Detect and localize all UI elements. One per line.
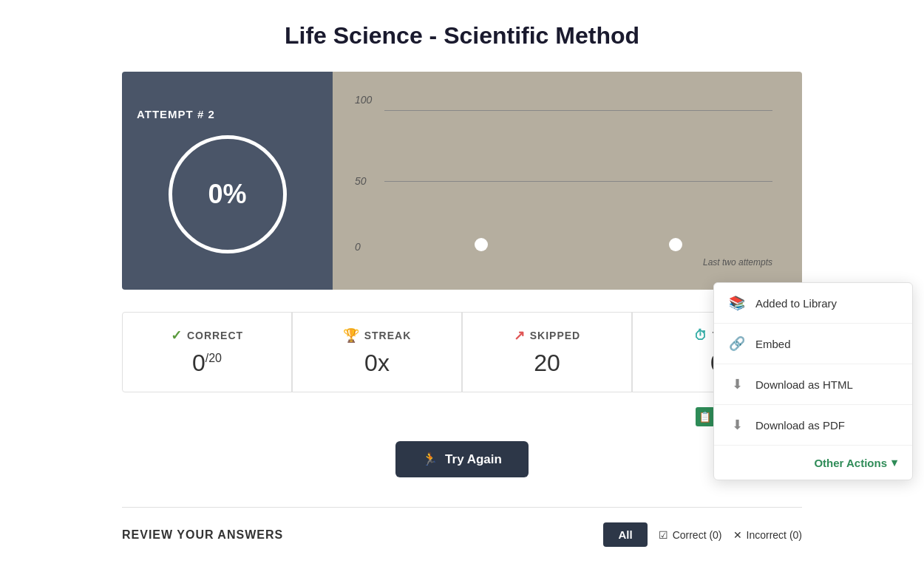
filter-row: All ☑ Correct (0) ✕ Incorrect (0) <box>603 522 802 547</box>
skipped-label-text: SKIPPED <box>530 330 580 341</box>
attempt-card: ATTEMPT # 2 0% 100 50 0 Last two attempt… <box>122 72 802 290</box>
chart-line-50 <box>384 181 772 182</box>
assign-icon: 📋 <box>696 407 715 426</box>
correct-filter-icon: ☑ <box>659 529 668 541</box>
dropdown-download-pdf[interactable]: ⬇ Download as PDF <box>714 405 912 446</box>
chart-y-50: 50 <box>355 175 367 187</box>
stat-correct-label: ✓ CORRECT <box>171 327 243 344</box>
filter-correct-button[interactable]: ☑ Correct (0) <box>659 529 722 541</box>
incorrect-filter-label: Incorrect (0) <box>747 529 802 541</box>
attempt-left-panel: ATTEMPT # 2 0% <box>122 72 333 290</box>
skipped-value: 20 <box>534 350 560 377</box>
added-to-library-label: Added to Library <box>755 297 837 310</box>
chart-y-100: 100 <box>355 94 372 106</box>
chart-dot-1 <box>475 238 488 251</box>
action-row: 📋 Assign to class <box>122 407 802 426</box>
filter-incorrect-button[interactable]: ✕ Incorrect (0) <box>733 529 802 541</box>
chart-area: 100 50 0 Last two attempts <box>355 86 780 275</box>
score-value: 0% <box>208 179 246 210</box>
try-again-container: 🏃 Try Again <box>122 441 802 477</box>
review-section: REVIEW YOUR ANSWERS All ☑ Correct (0) ✕ … <box>122 507 802 562</box>
attempt-chart-panel: 100 50 0 Last two attempts <box>333 72 802 290</box>
download-html-label: Download as HTML <box>755 378 853 391</box>
correct-filter-label: Correct (0) <box>673 529 722 541</box>
review-title: REVIEW YOUR ANSWERS <box>122 528 283 542</box>
other-actions-row: Other Actions ▾ <box>714 446 912 480</box>
dropdown-embed[interactable]: 🔗 Embed <box>714 324 912 364</box>
download-pdf-icon: ⬇ <box>729 417 745 433</box>
streak-icon: 🏆 <box>343 327 360 344</box>
dropdown-added-to-library[interactable]: 📚 Added to Library <box>714 283 912 324</box>
last-attempts-label: Last two attempts <box>703 257 772 268</box>
other-actions-label: Other Actions <box>814 457 887 469</box>
incorrect-filter-icon: ✕ <box>733 529 742 541</box>
embed-icon: 🔗 <box>729 335 745 352</box>
correct-label-text: CORRECT <box>187 330 243 341</box>
download-html-icon: ⬇ <box>729 376 745 392</box>
score-circle-container: 0% <box>169 135 287 253</box>
try-again-icon: 🏃 <box>422 452 438 467</box>
stat-streak-label: 🏆 STREAK <box>343 327 412 344</box>
other-actions-button[interactable]: Other Actions ▾ <box>814 456 897 469</box>
dropdown-download-html[interactable]: ⬇ Download as HTML <box>714 364 912 405</box>
streak-label-text: STREAK <box>364 330 412 341</box>
stat-correct: ✓ CORRECT 0/20 <box>123 313 292 392</box>
stat-skipped: ↗ SKIPPED 20 <box>463 313 632 392</box>
embed-label: Embed <box>755 338 791 350</box>
stat-streak: 🏆 STREAK 0x <box>293 313 462 392</box>
page-title: Life Science - Scientific Method <box>0 0 924 72</box>
library-icon: 📚 <box>729 295 745 311</box>
chart-dot-2 <box>669 238 682 251</box>
skipped-icon: ↗ <box>514 327 526 344</box>
score-circle: 0% <box>169 135 287 253</box>
attempt-label: ATTEMPT # 2 <box>137 108 215 120</box>
try-again-button[interactable]: 🏃 Try Again <box>395 441 529 477</box>
correct-icon: ✓ <box>171 327 183 344</box>
chart-dots <box>384 238 772 251</box>
time-icon: ⏱ <box>694 328 708 344</box>
filter-all-button[interactable]: All <box>603 522 647 547</box>
stats-row: ✓ CORRECT 0/20 🏆 STREAK 0x ↗ SKIPPED 20 <box>122 312 802 392</box>
chevron-down-icon: ▾ <box>891 456 897 469</box>
streak-value: 0x <box>364 350 390 377</box>
chart-y-0: 0 <box>355 241 361 253</box>
stat-skipped-label: ↗ SKIPPED <box>514 327 580 344</box>
try-again-label: Try Again <box>445 452 502 467</box>
download-pdf-label: Download as PDF <box>755 419 845 432</box>
dropdown-menu: 📚 Added to Library 🔗 Embed ⬇ Download as… <box>713 282 913 480</box>
correct-value: 0/20 <box>192 350 222 377</box>
chart-line-100 <box>384 110 772 111</box>
